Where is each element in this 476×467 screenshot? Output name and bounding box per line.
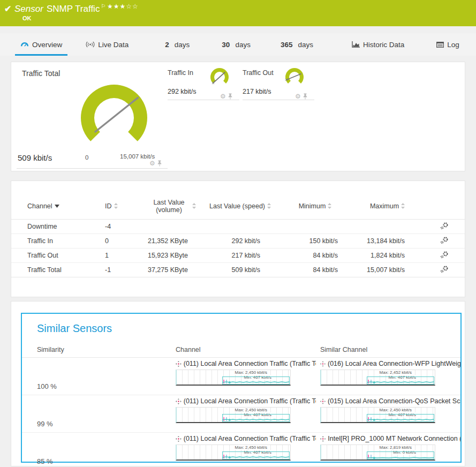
- move-crosshair-icon[interactable]: [176, 361, 182, 367]
- priority-stars[interactable]: ★★★☆☆: [107, 3, 139, 10]
- channel-link[interactable]: (011) Local Area Connection Traffic (Tra…: [176, 435, 316, 442]
- traffic-in-cell: Traffic In 292 kbit/s ⚙: [168, 62, 243, 172]
- divider: [243, 100, 314, 100]
- col-header-similar-channel: Similar Channel: [320, 346, 367, 353]
- col-header-speed[interactable]: Last Value (speed): [204, 202, 276, 210]
- col-header-maximum[interactable]: Maximum: [354, 202, 421, 210]
- similar-channel-mini-graph[interactable]: Max: 2,819 kbit/s Min: 0 kbit/s: [320, 445, 435, 461]
- historic-chart-icon: [352, 41, 360, 48]
- move-crosshair-icon[interactable]: [176, 436, 182, 442]
- channel-name: Traffic In: [27, 237, 92, 245]
- gauges-panel: Traffic Total 509 kbit/s 0 15,007 kbit/s…: [11, 62, 465, 171]
- table-row-traffic-out: Traffic Out 1 15,923 KByte 217 kbit/s 84…: [11, 248, 465, 263]
- channel-link[interactable]: (011) Local Area Connection Traffic (Tra…: [176, 397, 316, 405]
- pin-icon[interactable]: [157, 160, 162, 167]
- move-crosshair-icon[interactable]: [176, 398, 182, 404]
- similarity-value: 99 %: [37, 420, 53, 428]
- live-data-icon: [86, 41, 95, 48]
- gauge-needle: [95, 98, 138, 132]
- similar-sensor-row: 99 % (011) Local Area Connection Traffic…: [22, 395, 460, 433]
- sort-desc-icon: [55, 205, 59, 208]
- sensor-kind-label: Sensor: [14, 4, 43, 14]
- tab-30-days[interactable]: 30days: [216, 33, 256, 56]
- graph-line: [222, 417, 289, 421]
- col-header-volume[interactable]: Last Value (volume): [140, 199, 204, 214]
- channel-gear-icon[interactable]: ⚙: [295, 93, 301, 100]
- channel-settings-icon[interactable]: [440, 251, 449, 259]
- move-crosshair-icon[interactable]: [320, 436, 326, 442]
- tab-historic-data[interactable]: Historic Data: [346, 33, 410, 56]
- channel-table: Channel ID Last Value (volume) Last Valu…: [11, 193, 465, 277]
- similar-sensors-title: Similar Sensors: [37, 322, 112, 335]
- move-crosshair-icon[interactable]: [320, 361, 326, 367]
- col-header-channel[interactable]: Channel: [27, 202, 92, 210]
- col-header-id[interactable]: ID: [92, 202, 140, 210]
- channel-settings-icon[interactable]: [440, 266, 449, 273]
- channel-mini-graph[interactable]: Max: 2,450 kbit/s Min: 467 kbit/s: [176, 370, 291, 386]
- gauge-scale-min: 0: [85, 154, 88, 161]
- sort-icon: [114, 203, 118, 209]
- flag-icon[interactable]: ⚐: [101, 3, 105, 9]
- stars-empty: ☆☆: [126, 3, 139, 10]
- status-ok-check-icon: ✔: [4, 4, 11, 14]
- graph-line: [367, 379, 434, 384]
- channel-name: Downtime: [27, 223, 92, 230]
- tab-overview-label: Overview: [32, 41, 62, 49]
- sensor-title-line: SensorSNMP Traffic⚐: [14, 3, 105, 14]
- tab-log-label: Log: [447, 41, 459, 49]
- tab-live-data-label: Live Data: [98, 41, 129, 49]
- traffic-total-gauge[interactable]: [70, 76, 161, 156]
- sort-icon: [267, 203, 271, 209]
- channel-table-header: Channel ID Last Value (volume) Last Valu…: [11, 193, 465, 220]
- tab-2-days-number: 2: [165, 41, 169, 49]
- table-row-traffic-in: Traffic In 0 21,352 KByte 292 kbit/s 150…: [11, 234, 465, 248]
- similarity-value: 100 %: [37, 382, 57, 390]
- similar-sensors-box: Similar Sensors Similarity Channel Simil…: [21, 313, 462, 463]
- similarity-value: 85 %: [37, 457, 53, 465]
- channel-link[interactable]: (011) Local Area Connection Traffic (Tra…: [176, 360, 316, 367]
- similar-sensor-row: 100 % (011) Local Area Connection Traffi…: [22, 358, 460, 395]
- log-icon: [436, 42, 444, 48]
- channel-table-panel: Channel ID Last Value (volume) Last Valu…: [11, 180, 465, 297]
- traffic-out-label: Traffic Out: [243, 69, 274, 77]
- col-header-minimum[interactable]: Minimum: [276, 202, 354, 210]
- pin-icon[interactable]: [303, 93, 307, 100]
- move-crosshair-icon[interactable]: [320, 398, 326, 404]
- channel-name: Traffic Out: [27, 252, 92, 259]
- channel-settings-icon[interactable]: [440, 237, 449, 244]
- similar-channel-link[interactable]: (015) Local Area Connection-QoS Packet S…: [320, 397, 460, 405]
- col-header-channel: Channel: [176, 346, 201, 353]
- gauge-icon: [20, 42, 29, 48]
- tab-historic-data-label: Historic Data: [363, 41, 404, 49]
- sort-icon: [192, 203, 196, 209]
- pin-icon[interactable]: [228, 93, 232, 100]
- channel-mini-graph[interactable]: Max: 2,450 kbit/s Min: 467 kbit/s: [176, 407, 291, 423]
- page-title: SNMP Traffic: [47, 4, 100, 14]
- similar-channel-link[interactable]: (016) Local Area Connection-WFP LightWei…: [320, 360, 460, 367]
- tab-365-days-word: days: [298, 41, 313, 49]
- traffic-out-gauge[interactable]: [282, 66, 308, 91]
- tab-log[interactable]: Log: [431, 33, 465, 56]
- tab-2-days[interactable]: 2days: [160, 33, 195, 56]
- similar-sensors-panel: Similar Sensors Similarity Channel Simil…: [11, 301, 465, 466]
- traffic-in-gauge[interactable]: [207, 66, 233, 91]
- traffic-in-label: Traffic In: [168, 69, 193, 77]
- similar-channel-mini-graph[interactable]: Max: 2,452 kbit/s Min: 467 kbit/s: [320, 370, 435, 386]
- tab-live-data[interactable]: Live Data: [80, 33, 134, 56]
- channel-gear-icon[interactable]: ⚙: [149, 160, 155, 167]
- similar-channel-mini-graph[interactable]: Max: 2,450 kbit/s Min: 467 kbit/s: [320, 407, 435, 423]
- traffic-out-cell: Traffic Out 217 kbit/s ⚙: [243, 62, 318, 172]
- channel-gear-icon[interactable]: ⚙: [220, 93, 226, 100]
- channel-settings-icon[interactable]: [440, 222, 449, 230]
- graph-line: [367, 417, 434, 421]
- tab-30-days-word: days: [235, 41, 251, 49]
- stars-filled: ★★★: [107, 3, 126, 10]
- graph-line: [222, 454, 289, 459]
- graph-line: [222, 379, 289, 384]
- tab-overview[interactable]: Overview: [15, 33, 67, 56]
- col-header-similarity: Similarity: [37, 346, 64, 353]
- tab-365-days[interactable]: 365days: [275, 33, 319, 56]
- similar-channel-link[interactable]: Intel[R] PRO_1000 MT Network Connection …: [320, 435, 460, 442]
- divider: [168, 100, 239, 100]
- channel-mini-graph[interactable]: Max: 2,450 kbit/s Min: 467 kbit/s: [176, 445, 291, 461]
